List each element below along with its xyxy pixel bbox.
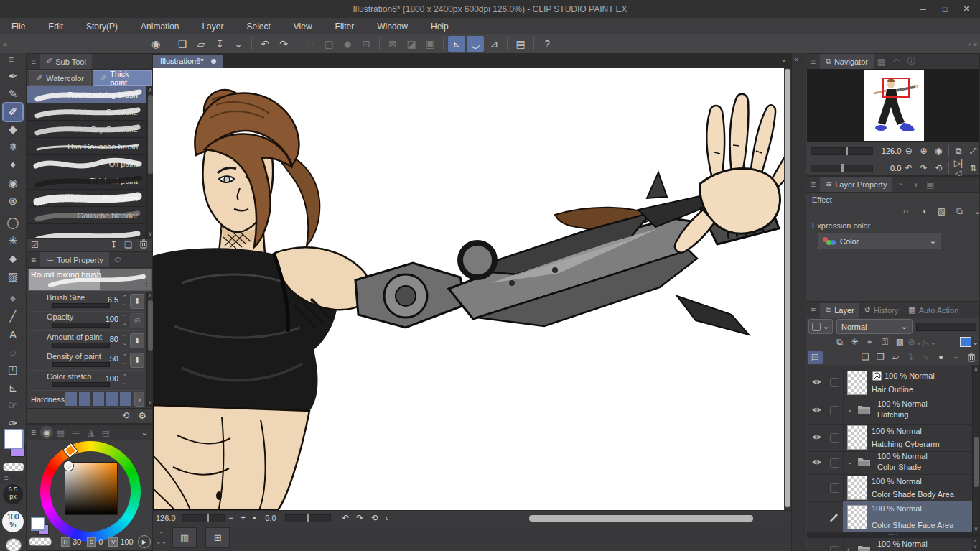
hardness-block[interactable]	[92, 392, 105, 407]
clip-to-layer-below-icon[interactable]: ⧉	[832, 335, 847, 349]
expression-color-dropdown[interactable]: Color ⌄	[818, 233, 941, 249]
layer-checkbox-cell[interactable]	[826, 424, 844, 451]
transparent-ink-icon[interactable]	[6, 538, 22, 551]
nav-rotate-left-icon[interactable]: ↶	[901, 163, 916, 173]
layer-row-content[interactable]: 100 % NormalHair Outline	[843, 369, 972, 397]
layer-property-menu-icon[interactable]: ≡	[811, 180, 816, 190]
menu-item-window[interactable]: Window	[365, 18, 419, 34]
tool-property-tab[interactable]: ≔ Tool Property	[40, 252, 109, 267]
collapse-left-icon[interactable]: «	[0, 40, 10, 48]
chevron-down-icon[interactable]: ⌄	[847, 406, 853, 413]
bottom-scroll-arrows[interactable]: ∧∨	[972, 538, 979, 551]
layer-row-content[interactable]: ⌄100 % NormalColor Shade	[843, 451, 972, 474]
layer-row-content[interactable]: ›100 % NormalEnergy Blast	[843, 538, 972, 551]
layer-panel-menu-icon[interactable]: ≡	[811, 305, 816, 315]
layer-checkbox-cell[interactable]	[826, 474, 844, 501]
brush-item-thick-oil-paint[interactable]: Thick oil paint	[27, 172, 146, 190]
layer-thumbnail[interactable]	[847, 476, 867, 500]
color-set-tab-icon[interactable]: ≔	[68, 425, 83, 439]
layer-visibility-cell[interactable]	[807, 538, 826, 551]
expand-right-icon[interactable]: › »	[965, 40, 980, 48]
property-slider[interactable]	[52, 362, 110, 367]
navigator-menu-icon[interactable]: ≡	[811, 57, 816, 67]
layer-row-color-shade[interactable]: ⌄100 % NormalColor Shade	[807, 451, 972, 475]
layer-row-color-shade-face-area[interactable]: 100 % NormalColor Shade Face Area	[807, 501, 972, 533]
layer-checkbox-cell[interactable]	[826, 501, 844, 532]
dynamics-disabled-icon[interactable]: ⊘	[130, 313, 144, 328]
layer-thumbnail[interactable]	[847, 371, 867, 395]
hardness-expand-button[interactable]: ›	[134, 392, 144, 407]
menu-item-filter[interactable]: Filter	[324, 18, 366, 34]
preset-save-icon[interactable]: ⬇	[130, 294, 144, 309]
tool-eraser[interactable]: ◆	[4, 121, 22, 138]
selection-filled-icon[interactable]: ◪	[403, 36, 420, 52]
undo-icon[interactable]: ↶	[256, 36, 274, 52]
clear-selection-icon[interactable]: ◆	[339, 36, 356, 52]
layer-visibility-cell[interactable]	[807, 451, 826, 474]
property-value[interactable]: 6.5	[94, 295, 118, 304]
brush-opacity-indicator[interactable]: 100 %	[2, 511, 24, 532]
flip-vertical-icon[interactable]: ⇅	[966, 163, 980, 173]
play-color-icon[interactable]: ▶	[138, 535, 151, 548]
brush-item-gouache[interactable]: Gouache	[27, 103, 146, 121]
preset-save-icon[interactable]: ⬇	[130, 333, 144, 348]
chevron-down-icon[interactable]: ⌄	[847, 458, 853, 466]
layer-visibility-cell[interactable]	[807, 397, 826, 424]
canvas-tab[interactable]: Illustration6*	[153, 55, 223, 68]
canvas-tab-modified-dot[interactable]	[211, 59, 216, 64]
eye-icon[interactable]	[811, 378, 822, 387]
tool-blend[interactable]: ◉	[4, 175, 22, 192]
layer-checkbox[interactable]	[830, 546, 839, 551]
nav-actual-size-icon[interactable]: ◉	[931, 146, 946, 156]
brush-item-pointillism[interactable]: Pointillism	[27, 190, 146, 207]
property-value[interactable]: 50	[94, 354, 118, 363]
zoom-in-icon[interactable]: +	[237, 513, 249, 523]
layer-checkbox[interactable]	[830, 483, 839, 493]
brush-item-round-mixing-brush[interactable]: Round mixing brush	[27, 86, 146, 103]
brush-item-thin-gouache-brush[interactable]: Thin Gouache brush	[27, 138, 146, 155]
color-history-tab-icon[interactable]: ▤	[98, 425, 113, 439]
tool-text[interactable]: A	[4, 325, 22, 343]
brush-item-gouache-blender[interactable]: Gouache blender	[27, 207, 146, 224]
layer-thumbnail[interactable]	[847, 425, 867, 450]
tool-frame-border[interactable]: ◳	[4, 361, 22, 379]
layer-visibility-cell[interactable]	[807, 474, 826, 501]
layer-row-hatching[interactable]: ⌄100 % NormalHatching	[807, 397, 972, 425]
property-slider[interactable]	[52, 323, 110, 328]
color-slider-tab-icon[interactable]: ▦	[53, 425, 68, 439]
zoom-out-icon[interactable]: −	[225, 513, 237, 523]
fit-to-screen-icon[interactable]: ▪	[249, 513, 259, 523]
canvas-tab-list-icon[interactable]: ⌄	[781, 55, 787, 63]
menu-item-edit[interactable]: Edit	[37, 18, 75, 34]
transfer-down-icon[interactable]: ⤵	[903, 351, 918, 364]
layer-view-mode-button[interactable]: ▤	[808, 351, 823, 364]
tool-property-menu-icon[interactable]: ≡	[31, 255, 36, 265]
navigator-rotate-slider[interactable]	[811, 165, 873, 172]
nav-reset-rotation-icon[interactable]: ⟲	[931, 163, 946, 173]
property-value[interactable]: 80	[94, 335, 118, 343]
layer-checkbox[interactable]	[830, 378, 839, 387]
close-button[interactable]: ✕	[956, 0, 977, 18]
property-slider[interactable]	[52, 343, 110, 348]
collapse-bar-icon[interactable]: ‹	[381, 513, 391, 523]
layer-checkbox[interactable]	[830, 406, 839, 415]
property-value[interactable]: 100	[94, 374, 118, 383]
tool-palette-menu-icon[interactable]: ≡	[9, 55, 14, 65]
menu-item-layer[interactable]: Layer	[190, 18, 235, 34]
save-more-icon[interactable]: ⌄	[230, 36, 247, 52]
snap-ruler-icon[interactable]: ⊾	[448, 36, 465, 52]
reset-rotation-icon[interactable]: ⟲	[367, 513, 381, 523]
scroll-down-icon[interactable]: ∨	[973, 526, 979, 532]
sv-cursor[interactable]	[64, 461, 73, 471]
tool-figure[interactable]: ╱	[4, 307, 22, 325]
tool-gradient[interactable]: ▨	[4, 268, 22, 285]
canvas-vertical-scrollbar[interactable]	[784, 68, 791, 510]
help-icon[interactable]: ?	[538, 36, 556, 52]
navigator-preview[interactable]	[807, 69, 979, 142]
stepper-icon[interactable]: ⌃⌄	[121, 313, 129, 326]
layer-opacity-slider[interactable]	[916, 323, 976, 331]
eye-icon[interactable]	[811, 433, 822, 443]
brush-item-dry-gouache[interactable]: Dry Gouache	[27, 121, 146, 138]
eye-icon[interactable]	[811, 458, 822, 468]
brush-size-palette-menu-icon[interactable]: ≡	[4, 474, 9, 482]
